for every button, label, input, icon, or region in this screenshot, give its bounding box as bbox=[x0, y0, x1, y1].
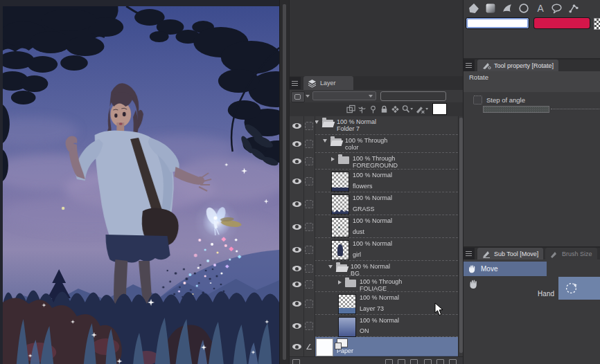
layer-checkbox[interactable] bbox=[303, 135, 315, 153]
eye-icon bbox=[292, 247, 301, 253]
visibility-toggle[interactable] bbox=[290, 315, 303, 337]
eye-icon bbox=[292, 323, 301, 329]
canvas-vertical-scrollbar[interactable] bbox=[279, 0, 290, 364]
lock-transparent-icon[interactable] bbox=[369, 104, 378, 114]
rotate-tool-icon bbox=[482, 62, 491, 70]
visibility-toggle[interactable] bbox=[290, 337, 303, 356]
sub-color-swatch[interactable] bbox=[534, 18, 590, 28]
blend-mode-dropdown[interactable] bbox=[312, 91, 376, 100]
chevron-down-icon[interactable] bbox=[323, 139, 327, 143]
paper-icon bbox=[337, 338, 348, 347]
folder-open-icon bbox=[330, 138, 342, 146]
layer-thumbnail bbox=[338, 317, 356, 337]
tool-property-tabrow: Tool property [Rotate] bbox=[464, 60, 600, 71]
layer-menu-icon[interactable] bbox=[290, 77, 301, 89]
sub-tool-group-move[interactable]: Move bbox=[464, 262, 547, 276]
visibility-toggle[interactable] bbox=[290, 238, 303, 261]
layer-thumbnail bbox=[331, 194, 349, 215]
main-color-swatch[interactable] bbox=[466, 18, 529, 28]
visibility-toggle[interactable] bbox=[290, 153, 303, 170]
figure-tool-button[interactable] bbox=[518, 2, 529, 14]
step-of-angle-slider[interactable] bbox=[483, 106, 549, 113]
folder-open-icon bbox=[322, 120, 333, 127]
visibility-toggle[interactable] bbox=[290, 170, 303, 192]
panel-option-icon[interactable] bbox=[292, 359, 300, 364]
tool-property-tab-label: Tool property [Rotate] bbox=[494, 62, 554, 69]
eraser-tool-button[interactable] bbox=[468, 2, 479, 14]
new-folder-icon[interactable] bbox=[410, 359, 418, 364]
delete-layer-icon[interactable] bbox=[449, 359, 457, 364]
step-of-angle-label: Step of angle bbox=[486, 96, 525, 104]
layer-checkbox[interactable] bbox=[303, 261, 315, 276]
transfer-layer-icon[interactable] bbox=[424, 359, 432, 364]
layer-checkbox[interactable] bbox=[303, 192, 315, 215]
gradient-tool-button[interactable] bbox=[484, 2, 496, 14]
layer-palette-tabrow: Layer bbox=[290, 76, 464, 90]
chevron-right-icon[interactable] bbox=[331, 157, 335, 161]
tab-brush-size[interactable]: Brush Size bbox=[545, 248, 597, 260]
eye-icon bbox=[292, 224, 301, 230]
layer-palette-controls bbox=[290, 90, 464, 102]
visibility-toggle[interactable] bbox=[290, 276, 303, 292]
new-layer-icon[interactable] bbox=[385, 359, 393, 364]
select-layer-icon[interactable] bbox=[402, 104, 414, 114]
clip-to-layer-icon[interactable] bbox=[346, 104, 355, 114]
transparent-color-swatch[interactable] bbox=[594, 18, 600, 30]
visibility-toggle[interactable] bbox=[290, 192, 303, 215]
eye-icon bbox=[292, 179, 301, 184]
reference-layer-icon[interactable] bbox=[358, 104, 367, 114]
layer-checkbox[interactable] bbox=[303, 170, 315, 192]
sub-tool-rotate-selected[interactable] bbox=[558, 277, 600, 300]
layer-thumbnail bbox=[331, 172, 349, 192]
visibility-toggle[interactable] bbox=[290, 292, 303, 315]
layer-template-button[interactable] bbox=[291, 91, 305, 102]
tab-sub-tool-move[interactable]: Sub Tool [Move] bbox=[477, 248, 543, 260]
merge-layer-icon[interactable] bbox=[436, 359, 444, 364]
visibility-toggle[interactable] bbox=[290, 261, 303, 276]
eye-icon bbox=[292, 123, 301, 129]
folder-open-icon bbox=[336, 264, 347, 272]
draw-target-indicator: ∠ bbox=[303, 337, 315, 356]
panel-menu-icon[interactable] bbox=[464, 248, 475, 260]
panel-menu-icon[interactable] bbox=[464, 60, 475, 71]
tool-property-body: Rotate bbox=[464, 71, 600, 92]
operation-tool-button[interactable] bbox=[567, 2, 579, 14]
chevron-right-icon[interactable] bbox=[338, 280, 342, 284]
canvas-viewport[interactable] bbox=[0, 0, 279, 364]
draft-layer-icon[interactable] bbox=[391, 104, 400, 114]
eye-icon bbox=[292, 282, 301, 287]
step-of-angle-row: Step of angle bbox=[473, 95, 525, 104]
eye-icon bbox=[292, 344, 301, 349]
layer-checkbox[interactable] bbox=[303, 238, 315, 261]
layer-checkbox[interactable] bbox=[303, 315, 315, 337]
fill-tool-button[interactable] bbox=[501, 2, 513, 14]
canvas-artwork[interactable] bbox=[3, 6, 279, 364]
color-swatches bbox=[464, 17, 600, 31]
chevron-down-icon[interactable] bbox=[306, 95, 310, 98]
balloon-tool-button[interactable] bbox=[551, 2, 563, 14]
layer-color-swatch[interactable] bbox=[432, 103, 447, 115]
chevron-down-icon[interactable] bbox=[328, 265, 333, 269]
layer-thumbnail bbox=[338, 294, 356, 314]
sub-tool-hand[interactable]: Hand bbox=[464, 277, 558, 300]
layer-checkbox[interactable] bbox=[303, 215, 315, 238]
tab-tool-property[interactable]: Tool property [Rotate] bbox=[477, 60, 558, 71]
visibility-toggle[interactable] bbox=[290, 135, 303, 153]
gradient-icon bbox=[485, 3, 496, 14]
lock-layer-icon[interactable] bbox=[380, 104, 389, 114]
step-of-angle-checkbox[interactable] bbox=[473, 95, 482, 104]
layer-mask-icon[interactable] bbox=[416, 104, 429, 114]
eye-icon bbox=[292, 301, 301, 307]
layer-checkbox[interactable] bbox=[303, 292, 315, 315]
move-group-label: Move bbox=[481, 265, 497, 273]
tab-layer[interactable]: Layer bbox=[303, 76, 353, 90]
visibility-toggle[interactable] bbox=[290, 215, 303, 238]
folder-closed-icon bbox=[345, 280, 356, 287]
layer-checkbox[interactable] bbox=[303, 276, 315, 292]
layer-opacity-field[interactable] bbox=[380, 91, 446, 101]
new-vector-layer-icon[interactable] bbox=[398, 359, 405, 364]
layer-checkbox[interactable] bbox=[303, 153, 315, 170]
layer-checkbox[interactable] bbox=[303, 116, 315, 135]
text-tool-button[interactable]: A bbox=[534, 2, 546, 14]
visibility-toggle[interactable] bbox=[290, 116, 303, 135]
